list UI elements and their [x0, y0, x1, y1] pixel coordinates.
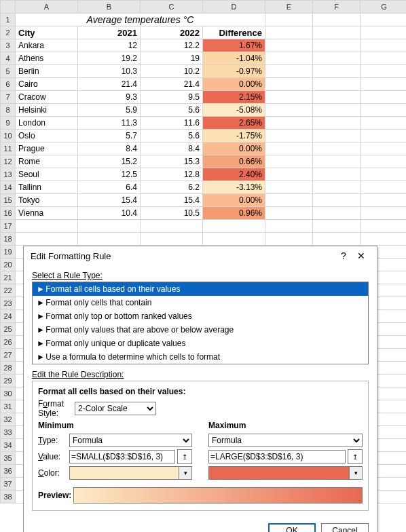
cell[interactable]: 10.2 [141, 65, 203, 78]
cell[interactable]: 6.4 [78, 181, 141, 194]
cell[interactable]: 5.6 [141, 130, 203, 142]
cell[interactable] [313, 117, 361, 130]
cell[interactable] [361, 207, 407, 220]
cell[interactable]: 2.15% [203, 91, 265, 104]
chevron-down-icon[interactable]: ▾ [179, 467, 191, 479]
cell[interactable]: 0.96% [203, 207, 265, 220]
cell[interactable]: 12.2 [141, 39, 203, 52]
cell[interactable] [361, 155, 407, 168]
cell[interactable]: -0.97% [203, 65, 265, 78]
cell[interactable] [265, 142, 313, 155]
cell[interactable] [361, 168, 407, 181]
cell[interactable]: Ankara [16, 39, 78, 52]
row-header[interactable]: 19 [1, 246, 16, 259]
close-icon[interactable]: ✕ [352, 250, 370, 261]
cell[interactable] [313, 207, 361, 220]
row-header[interactable]: 12 [1, 155, 16, 168]
cell[interactable] [16, 220, 78, 233]
cell[interactable]: Seoul [16, 168, 78, 181]
cell[interactable]: 19 [141, 52, 203, 65]
cell[interactable]: 0.00% [203, 78, 265, 91]
max-type-select[interactable]: Formula [208, 434, 363, 447]
cell[interactable]: 1.67% [203, 39, 265, 52]
cell[interactable] [361, 26, 407, 39]
row-header[interactable]: 10 [1, 130, 16, 142]
cell[interactable] [141, 233, 203, 246]
cell[interactable]: 12 [78, 39, 141, 52]
cell[interactable]: 5.7 [78, 130, 141, 142]
cancel-button[interactable]: Cancel [321, 523, 369, 532]
cell[interactable]: Average temperatures °C [16, 14, 265, 26]
cell[interactable] [265, 52, 313, 65]
cell[interactable]: 6.2 [141, 181, 203, 194]
cell[interactable]: -1.75% [203, 130, 265, 142]
row-header[interactable]: 28 [1, 362, 16, 375]
cell[interactable] [313, 220, 361, 233]
cell[interactable]: 10.5 [141, 207, 203, 220]
cell[interactable]: Oslo [16, 130, 78, 142]
min-color-select[interactable]: ▾ [69, 466, 192, 480]
max-color-select[interactable]: ▾ [208, 466, 363, 480]
rule-type-option[interactable]: ► Format only unique or duplicate values [33, 337, 368, 350]
cell[interactable] [265, 220, 313, 233]
cell[interactable] [78, 220, 141, 233]
row-header[interactable]: 22 [1, 284, 16, 297]
cell[interactable] [361, 181, 407, 194]
cell[interactable]: Athens [16, 52, 78, 65]
cell[interactable] [313, 14, 361, 26]
col-header-F[interactable]: F [313, 1, 361, 14]
cell[interactable] [361, 65, 407, 78]
cell[interactable] [361, 194, 407, 207]
cell[interactable] [313, 91, 361, 104]
row-header[interactable]: 14 [1, 181, 16, 194]
row-header[interactable]: 24 [1, 310, 16, 323]
row-header[interactable]: 37 [1, 478, 16, 491]
format-style-select[interactable]: 2-Color Scale [75, 402, 156, 415]
cell[interactable] [313, 52, 361, 65]
cell[interactable]: Difference [203, 26, 265, 39]
row-header[interactable]: 23 [1, 297, 16, 310]
cell[interactable]: 15.4 [141, 194, 203, 207]
row-header[interactable]: 36 [1, 465, 16, 478]
rule-type-option[interactable]: ► Use a formula to determine which cells… [33, 350, 368, 364]
cell[interactable]: 9.5 [141, 91, 203, 104]
cell[interactable]: 21.4 [78, 78, 141, 91]
cell[interactable]: 2022 [141, 26, 203, 39]
cell[interactable] [265, 91, 313, 104]
cell[interactable] [265, 14, 313, 26]
cell[interactable] [265, 233, 313, 246]
cell[interactable] [313, 142, 361, 155]
cell[interactable] [265, 155, 313, 168]
cell[interactable]: 0.00% [203, 194, 265, 207]
select-all-corner[interactable] [1, 1, 16, 14]
row-header[interactable]: 21 [1, 271, 16, 284]
cell[interactable] [313, 155, 361, 168]
cell[interactable] [361, 117, 407, 130]
cell[interactable]: Rome [16, 155, 78, 168]
cell[interactable]: Tokyo [16, 194, 78, 207]
row-header[interactable]: 15 [1, 194, 16, 207]
row-header[interactable]: 31 [1, 400, 16, 413]
row-header[interactable]: 34 [1, 439, 16, 452]
cell[interactable]: City [16, 26, 78, 39]
cell[interactable]: Tallinn [16, 181, 78, 194]
rule-type-option[interactable]: ► Format only cells that contain [33, 296, 368, 309]
cell[interactable] [313, 168, 361, 181]
row-header[interactable]: 6 [1, 78, 16, 91]
cell[interactable]: 2.40% [203, 168, 265, 181]
cell[interactable]: 8.4 [141, 142, 203, 155]
rule-type-option[interactable]: ► Format only values that are above or b… [33, 323, 368, 337]
cell[interactable] [265, 39, 313, 52]
cell[interactable]: 21.4 [141, 78, 203, 91]
cell[interactable] [361, 14, 407, 26]
cell[interactable] [78, 233, 141, 246]
col-header-E[interactable]: E [265, 1, 313, 14]
cell[interactable] [361, 104, 407, 117]
cell[interactable]: 5.9 [78, 104, 141, 117]
cell[interactable]: 19.2 [78, 52, 141, 65]
cell[interactable] [265, 181, 313, 194]
cell[interactable] [361, 52, 407, 65]
row-header[interactable]: 25 [1, 323, 16, 336]
chevron-down-icon[interactable]: ▾ [349, 467, 362, 479]
cell[interactable]: 9.3 [78, 91, 141, 104]
